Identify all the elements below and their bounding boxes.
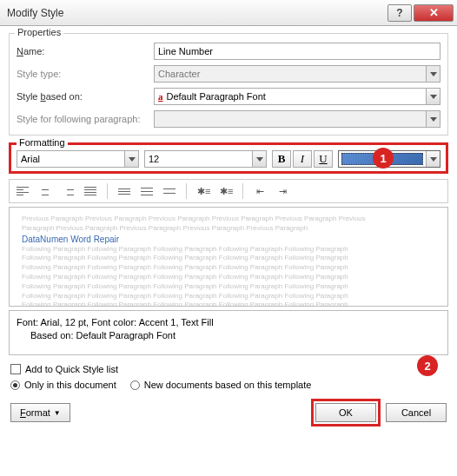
close-button[interactable]: ✕ [414,4,454,22]
chevron-down-icon[interactable] [252,151,266,167]
formatting-group: Formatting Arial 12 B I U 1 [9,142,448,174]
style-type-value: Character [155,69,426,79]
based-on-value: aDefault Paragraph Font [155,91,426,102]
preview-follow-text: Following Paragraph Following Paragraph … [22,254,435,263]
space-before-dec-button[interactable]: ✱≡ [216,182,235,200]
align-justify-button[interactable] [81,182,100,200]
help-button[interactable]: ? [387,4,412,22]
add-quick-style-checkbox[interactable]: Add to Quick Style list [10,364,447,374]
font-size-value: 12 [145,154,252,164]
preview-follow-text: Following Paragraph Following Paragraph … [22,273,435,282]
preview-prev-text: Paragraph Previous Paragraph Previous Pa… [22,224,435,234]
name-label: Name: [17,46,154,56]
preview-follow-text: Following Paragraph Following Paragraph … [22,301,435,307]
format-label: Format [20,407,50,418]
cancel-label: Cancel [401,407,431,418]
following-label: Style for following paragraph: [17,114,154,124]
ok-highlight: OK [311,399,381,426]
add-quick-label: Add to Quick Style list [25,364,118,374]
chevron-down-icon [426,111,440,127]
only-in-doc-label: Only in this document [24,380,116,390]
titlebar: Modify Style ? ✕ [0,0,457,26]
preview-sample: DataNumen Word Repair [22,235,435,244]
style-description: Font: Arial, 12 pt, Font color: Accent 1… [9,310,448,355]
font-size-combo[interactable]: 12 [144,150,267,168]
chevron-down-icon [426,66,440,82]
ok-label: OK [339,407,353,418]
callout-1: 1 [373,148,394,169]
preview-pane: Previous Paragraph Previous Paragraph Pr… [9,207,448,307]
underline-button[interactable]: U [314,150,333,168]
paragraph-toolbar: ✱≡ ✱≡ ⇤ ⇥ [9,179,448,203]
following-combo [154,110,440,128]
font-value: Arial [17,154,124,164]
radio-icon [10,380,20,390]
chevron-down-icon: ▼ [54,409,61,417]
preview-follow-text: Following Paragraph Following Paragraph … [22,245,435,255]
checkbox-icon [10,364,21,374]
new-docs-label: New documents based on this template [144,380,312,390]
bold-button[interactable]: B [272,150,291,168]
window-title: Modify Style [7,7,387,19]
line-spacing-1-button[interactable] [115,182,134,200]
properties-group: Properties Name: Line Number Style type:… [9,33,448,136]
format-button[interactable]: Format ▼ [10,403,70,422]
name-value: Line Number [158,46,213,56]
font-combo[interactable]: Arial [17,150,139,168]
based-on-combo[interactable]: aDefault Paragraph Font [154,88,440,105]
line-spacing-15-button[interactable] [137,182,156,200]
new-docs-radio[interactable]: New documents based on this template [130,380,312,390]
preview-follow-text: Following Paragraph Following Paragraph … [22,282,435,292]
align-left-button[interactable] [13,182,32,200]
only-in-doc-radio[interactable]: Only in this document [10,380,116,390]
formatting-label: Formatting [17,137,68,148]
chevron-down-icon[interactable] [426,151,440,167]
type-label: Style type: [17,69,154,79]
ok-button[interactable]: OK [315,403,376,422]
desc-line1: Font: Arial, 12 pt, Font color: Accent 1… [17,316,440,329]
based-on-label: Style based on: [17,91,154,102]
style-type-combo: Character [154,65,440,83]
preview-prev-text: Previous Paragraph Previous Paragraph Pr… [22,215,435,224]
preview-follow-text: Following Paragraph Following Paragraph … [22,292,435,301]
properties-label: Properties [15,27,63,37]
indent-inc-button[interactable]: ⇥ [273,182,292,200]
space-before-inc-button[interactable]: ✱≡ [194,182,213,200]
indent-dec-button[interactable]: ⇤ [250,182,269,200]
line-spacing-2-button[interactable] [160,182,179,200]
chevron-down-icon[interactable] [426,89,440,104]
a-icon: a [158,91,163,102]
italic-button[interactable]: I [293,150,312,168]
titlebar-buttons: ? ✕ [387,4,454,22]
name-input[interactable]: Line Number [154,43,440,60]
callout-2: 2 [417,355,438,376]
radio-icon [130,380,140,390]
align-center-button[interactable] [36,182,55,200]
preview-follow-text: Following Paragraph Following Paragraph … [22,263,435,273]
desc-line2: Based on: Default Paragraph Font [17,329,440,342]
cancel-button[interactable]: Cancel [386,403,447,422]
chevron-down-icon[interactable] [124,151,138,167]
align-right-button[interactable] [58,182,77,200]
